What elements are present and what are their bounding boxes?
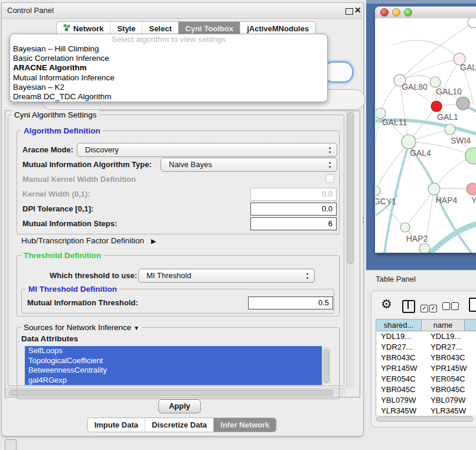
- file-icon[interactable]: [469, 298, 476, 312]
- spinner-icon[interactable]: ▴▾: [327, 145, 332, 155]
- table-cell[interactable]: YDL19...: [376, 331, 426, 342]
- table-horizontal-scrollbar[interactable]: [374, 415, 476, 422]
- table-cell[interactable]: YDL19...: [426, 331, 473, 342]
- table-row[interactable]: YDR27...YDR27...12: [376, 342, 476, 353]
- network-node[interactable]: [445, 124, 455, 135]
- column-header-shared-name[interactable]: shared...: [376, 319, 422, 331]
- table-cell[interactable]: 9.: [473, 406, 476, 416]
- inference-algorithm-combo-fragment[interactable]: [324, 61, 353, 83]
- column-header-extra[interactable]: [465, 319, 476, 331]
- attribute-item-selected[interactable]: BetweennessCentrality: [25, 366, 322, 376]
- minimized-panel-button[interactable]: [5, 439, 17, 450]
- table-cell[interactable]: 12: [473, 342, 476, 353]
- kernel-width-field[interactable]: 0.0: [250, 188, 337, 201]
- gear-icon[interactable]: ⚙: [381, 297, 392, 311]
- algorithm-option[interactable]: Basic Correlation Inference: [10, 54, 327, 63]
- table-cell[interactable]: YER054C: [376, 374, 426, 384]
- data-attributes-list[interactable]: SelfLoopsTopologicalCoefficientBetweenne…: [25, 346, 322, 385]
- table-row[interactable]: YLR345WYLR345W9.: [376, 406, 476, 416]
- network-node[interactable]: [430, 77, 441, 87]
- float-window-icon[interactable]: [345, 8, 353, 15]
- spinner-icon[interactable]: ▴▾: [327, 160, 332, 169]
- table-cell[interactable]: YBR045C: [376, 384, 426, 395]
- mi-threshold-field[interactable]: 0.5: [248, 296, 333, 309]
- zoom-traffic-light-icon[interactable]: [404, 8, 412, 17]
- table-cell[interactable]: YBR043C: [376, 353, 426, 363]
- network-node[interactable]: [468, 18, 476, 28]
- table-cell[interactable]: 13: [473, 331, 476, 342]
- algorithm-option[interactable]: Bayesian – K2: [10, 83, 327, 92]
- network-graph[interactable]: GALGAL80GAL10GAL1GAL11SWI4GAL4HAP4YGCY1H…: [376, 18, 476, 253]
- table-row[interactable]: YDL19...YDL19...13: [376, 331, 476, 342]
- bottom-tab-infer-network[interactable]: Infer Network: [213, 418, 276, 432]
- table-cell[interactable]: 8.: [473, 374, 476, 384]
- network-node[interactable]: [400, 223, 410, 232]
- network-node[interactable]: [419, 243, 430, 253]
- split-column-icon[interactable]: [402, 300, 415, 313]
- which-threshold-combo[interactable]: MI Threshold ▴▾: [138, 269, 315, 283]
- network-node[interactable]: [467, 183, 476, 195]
- network-canvas[interactable]: GALGAL80GAL10GAL1GAL11SWI4GAL4HAP4YGCY1H…: [376, 18, 476, 253]
- table-cell[interactable]: 9.: [473, 384, 476, 395]
- table-cell[interactable]: YBL079W: [426, 395, 473, 406]
- algorithm-option[interactable]: Dream8 DC_TDC Algorithm: [10, 92, 327, 102]
- table-cell[interactable]: YLR345W: [426, 406, 473, 416]
- panel-divider-grip[interactable]: [362, 216, 365, 223]
- apply-button[interactable]: Apply: [158, 399, 201, 413]
- table-row[interactable]: YER054CYER054C8.: [376, 374, 476, 384]
- unchecked-pair-icon[interactable]: [442, 302, 460, 312]
- scrollbar-thumb[interactable]: [376, 416, 473, 422]
- table-cell[interactable]: YBL079W: [376, 395, 426, 406]
- spinner-icon[interactable]: ▴▾: [305, 271, 310, 281]
- attribute-item-selected[interactable]: gal4RGexp: [25, 376, 322, 386]
- network-node[interactable]: [457, 97, 470, 110]
- attribute-item-selected[interactable]: TopologicalCoefficient: [25, 356, 322, 366]
- table-cell[interactable]: [473, 353, 476, 363]
- minimize-traffic-light-icon[interactable]: [392, 8, 400, 17]
- list-vertical-scrollbar[interactable]: [322, 347, 330, 386]
- table-cell[interactable]: YLR345W: [376, 406, 426, 416]
- bottom-tab-discretize-data[interactable]: Discretize Data: [145, 418, 213, 432]
- network-node[interactable]: [376, 186, 380, 195]
- table-cell[interactable]: YDR27...: [426, 342, 473, 353]
- table-cell[interactable]: YDR27...: [376, 342, 426, 353]
- table-row[interactable]: YBL079WYBL079W: [376, 395, 476, 406]
- table-cell[interactable]: YBR045C: [426, 384, 473, 395]
- network-node[interactable]: [402, 135, 416, 149]
- tab-label: Discretize Data: [152, 418, 207, 432]
- scrollbar-thumb[interactable]: [324, 349, 329, 383]
- algorithm-option[interactable]: Mutual Information Inference: [10, 73, 327, 83]
- table-row[interactable]: YPR145WYPR145W9.: [376, 363, 476, 374]
- network-window-titlebar[interactable]: [375, 6, 476, 19]
- hub-definition-toggle[interactable]: Hub/Transcription Factor Definition ▶: [21, 236, 156, 245]
- scrollbar-thumb[interactable]: [347, 112, 354, 264]
- network-edge: [405, 189, 434, 227]
- mi-type-combo[interactable]: Naive Bayes ▴▾: [161, 158, 337, 172]
- close-icon[interactable]: ✕: [354, 5, 361, 15]
- algorithm-option[interactable]: Bayesian – Hill Climbing: [10, 44, 327, 54]
- network-node[interactable]: [428, 183, 440, 195]
- dpi-tolerance-field[interactable]: 0.0: [250, 203, 337, 216]
- table-cell[interactable]: 9.: [473, 363, 476, 374]
- column-header-name[interactable]: name: [422, 319, 465, 331]
- table-cell[interactable]: YPR145W: [376, 363, 426, 374]
- manual-kernel-checkbox[interactable]: [325, 174, 334, 183]
- bottom-tab-impute-data[interactable]: Impute Data: [88, 418, 145, 432]
- table-cell[interactable]: YBR043C: [426, 353, 473, 363]
- table-cell[interactable]: YER054C: [426, 374, 473, 384]
- checked-pair-icon[interactable]: ✓✓: [420, 302, 438, 312]
- aracne-mode-combo[interactable]: Discovery ▴▾: [77, 143, 337, 157]
- attribute-item-selected[interactable]: SelfLoops: [25, 346, 322, 356]
- sources-toggle[interactable]: Sources for Network Inference ▼: [21, 323, 142, 332]
- close-traffic-light-icon[interactable]: [380, 8, 389, 17]
- algorithm-option[interactable]: ARACNE Algorithm: [10, 63, 327, 73]
- network-node[interactable]: [465, 148, 476, 164]
- table-cell[interactable]: [473, 395, 476, 406]
- table-row[interactable]: YBR045CYBR045C9.: [376, 384, 476, 395]
- mi-steps-field[interactable]: 6: [250, 217, 337, 230]
- algorithm-dropdown-list[interactable]: Select algorithm to view settings Bayesi…: [9, 34, 328, 102]
- network-node[interactable]: [431, 101, 442, 112]
- table-cell[interactable]: YPR145W: [426, 363, 473, 374]
- table-row[interactable]: YBR043CYBR043C: [376, 353, 476, 363]
- settings-vertical-scrollbar[interactable]: [346, 111, 354, 388]
